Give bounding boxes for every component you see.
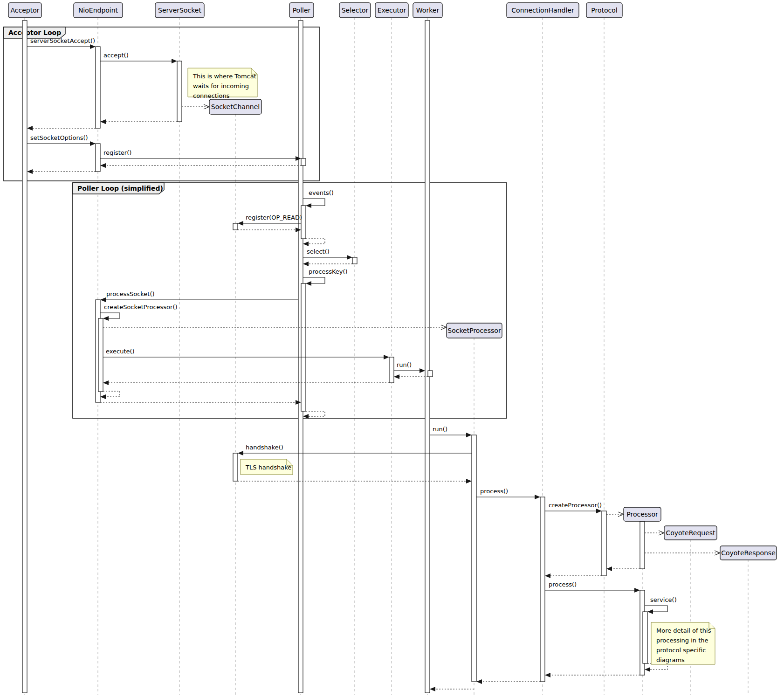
frame-label: Acceptor Loop [8, 29, 61, 36]
activation-bar [233, 453, 238, 481]
note-text-line: processing in the [656, 637, 708, 644]
participant-name: CoyoteRequest [666, 529, 715, 537]
return-arrow [545, 573, 602, 578]
arrowhead-icon [384, 355, 389, 359]
return-arrow [103, 380, 389, 385]
return-arrow [303, 262, 352, 266]
arrowhead-icon [100, 394, 106, 399]
arrowhead-icon [103, 316, 109, 321]
activation-bar [301, 159, 306, 166]
arrowhead-icon [545, 573, 550, 578]
message-label: serverSocketAccept() [30, 37, 95, 44]
return-arrow [606, 566, 640, 571]
message-createprocessor: createProcessor() [545, 502, 602, 513]
activation-bar [96, 47, 100, 128]
self-message-processkey: processKey() [303, 268, 348, 286]
note-text-line: TLS handshake [245, 464, 291, 471]
participant-name: Worker [416, 7, 440, 14]
arrowhead-icon [306, 203, 311, 208]
message-label: accept() [103, 52, 129, 59]
arrowhead-icon [606, 566, 612, 571]
activation-bar [389, 357, 394, 383]
arrowhead-icon [27, 126, 33, 131]
activation-bar [540, 497, 545, 682]
return-arrow [100, 119, 177, 124]
message-execute: execute() [103, 348, 389, 359]
self-return-arrow [303, 411, 325, 419]
participants-layer: AcceptorNioEndpointServerSocketPollerSel… [8, 3, 777, 560]
frame-border [4, 27, 319, 181]
participant-name: ServerSocket [158, 7, 201, 14]
note-text-line: waits for incoming [193, 83, 249, 90]
arrowhead-icon [347, 255, 352, 260]
participant-nioendpoint: NioEndpoint [74, 3, 123, 18]
arrowhead-icon [303, 242, 309, 246]
participant-executor: Executor [375, 3, 408, 18]
arrowhead-icon [647, 609, 653, 614]
note: More detail of thisprocessing in theprot… [651, 622, 715, 664]
sequence-diagram: Acceptor LoopPoller Loop (simplified)ser… [0, 0, 784, 697]
message-processsocket: processSocket() [100, 290, 298, 302]
arrowhead-icon [466, 433, 472, 437]
arrowhead-icon [596, 509, 602, 513]
arrowhead-icon [238, 221, 243, 226]
participant-coyoterequest: CoyoteRequest [664, 526, 717, 540]
message-label: process() [549, 581, 577, 588]
arrowhead-icon [545, 673, 550, 677]
return-arrow [238, 228, 301, 232]
message-label: processSocket() [106, 290, 155, 297]
note-text-line: More detail of this [656, 627, 711, 634]
message-accept: accept() [100, 52, 177, 63]
arrowhead-icon [634, 588, 640, 593]
activation-bar [233, 223, 238, 230]
activation-bar [301, 206, 306, 239]
arrowhead-icon [172, 59, 177, 63]
participant-name: Processor [626, 511, 658, 518]
creation-arrow [645, 551, 720, 555]
participant-name: Acceptor [10, 7, 39, 14]
note-text-line: connections [193, 92, 230, 99]
self-message-line [303, 199, 325, 206]
arrowhead-icon [103, 380, 109, 385]
message-serversocketaccept: serverSocketAccept() [27, 37, 96, 49]
message-handshake: handshake() [238, 444, 472, 455]
message-label: createProcessor() [549, 502, 602, 509]
message-register-op-read: register(OP_READ) [238, 214, 302, 226]
arrowhead-icon [535, 495, 540, 499]
self-message-line [100, 313, 120, 318]
activation-bar [643, 612, 647, 663]
participant-name: ConnectionHandler [511, 7, 574, 14]
activation-bar [428, 371, 433, 377]
participant-coyoteresponse: CoyoteResponse [720, 546, 777, 560]
participant-name: Selector [342, 7, 369, 14]
arrowhead-icon [466, 479, 472, 483]
frame-label: Poller Loop (simplified) [77, 185, 163, 192]
arrowhead-icon [430, 687, 435, 691]
message-run: run() [394, 361, 425, 373]
participant-name: NioEndpoint [78, 7, 118, 14]
message-label: events() [309, 189, 334, 196]
arrowhead-icon [100, 297, 106, 302]
participant-socketchannel: SocketChannel [209, 99, 261, 114]
self-message-line [645, 606, 667, 612]
self-message-createsocketprocessor: createSocketProcessor() [100, 304, 178, 321]
arrowhead-icon [100, 163, 106, 168]
creation-arrow [182, 104, 209, 109]
participant-name: Protocol [591, 7, 617, 14]
activation-bar [98, 318, 103, 392]
participant-poller: Poller [289, 3, 314, 18]
participant-name: Executor [378, 7, 406, 14]
participant-protocol: Protocol [586, 3, 622, 18]
note-text-line: This is where Tomcat [193, 73, 256, 80]
arrowhead-icon [394, 374, 399, 379]
self-return-arrow [645, 663, 667, 672]
return-arrow [27, 126, 96, 131]
return-arrow [100, 163, 301, 168]
self-return-arrow [100, 391, 120, 399]
message-label: setSocketOptions() [30, 134, 88, 141]
note: TLS handshake [241, 459, 293, 475]
participant-selector: Selector [339, 3, 371, 18]
participant-serversocket: ServerSocket [155, 3, 204, 18]
participant-processor: Processor [624, 507, 661, 521]
message-select: select() [303, 248, 352, 260]
